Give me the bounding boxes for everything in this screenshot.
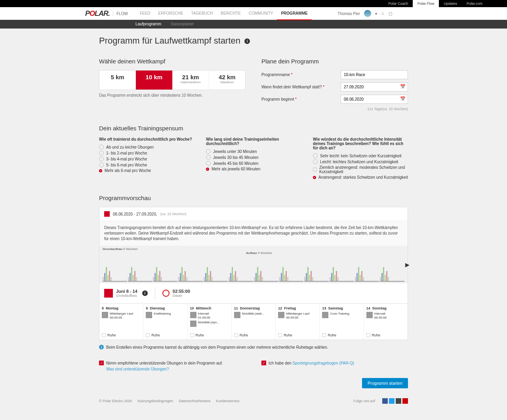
activity[interactable]: Intervall00:30:00 <box>366 312 405 319</box>
rest-checkbox[interactable]: Ruhe <box>366 333 381 337</box>
footer-terms[interactable]: Nutzungsbedingungen <box>137 399 173 403</box>
event-10km[interactable]: 10 km <box>136 71 172 90</box>
day-header: 10 Mittwoch <box>190 306 229 310</box>
rest-checkbox[interactable]: Ruhe <box>190 333 204 337</box>
rest-checkbox[interactable]: Ruhe <box>322 333 336 337</box>
nav-feed[interactable]: FEED <box>136 7 154 20</box>
week-bar[interactable] <box>380 262 404 282</box>
event-21km[interactable]: 21 kmHalbmarathon <box>173 71 209 90</box>
day-header: 9 Dienstag <box>146 306 185 310</box>
day-header: 13 Samstag <box>322 306 361 310</box>
day-column: 11 DonnerstagMobilität (stati...Ruhe <box>232 304 276 340</box>
radio-option[interactable]: 5- bis 6-mal pro Woche <box>99 162 194 167</box>
week-bar[interactable] <box>178 262 203 282</box>
subnav-running[interactable]: Laufprogramm <box>131 20 166 29</box>
instagram-icon[interactable] <box>396 398 401 404</box>
youtube-icon[interactable] <box>402 398 408 404</box>
calendar-icon[interactable]: 📅 <box>400 96 406 101</box>
week-bar[interactable] <box>204 262 228 282</box>
rest-checkbox[interactable]: Ruhe <box>234 333 248 337</box>
day-header: 14 Sonntag <box>366 306 405 310</box>
activity-icon <box>322 312 328 318</box>
subnav-season[interactable]: Saisonplaner <box>166 20 198 29</box>
radio-option[interactable]: Ab und zu leichte Übungen <box>99 145 194 149</box>
activity[interactable]: Mittellanger Lauf00:45:00 <box>278 312 317 319</box>
plan-heading: Plane dein Programm <box>261 58 408 65</box>
name-input[interactable] <box>341 70 408 79</box>
event-5km[interactable]: 5 km <box>99 71 136 90</box>
choose-heading: Wähle deinen Wettkampf <box>99 58 246 65</box>
rest-checkbox[interactable]: Ruhe <box>146 333 160 337</box>
timeline[interactable]: Grundaufbau 6 Wochen Aufbau 9 Wochen ▶ <box>99 246 408 283</box>
star-icon[interactable]: ☆ <box>381 11 385 16</box>
nav-community[interactable]: COMMUNITY <box>245 7 277 20</box>
day-column: 12 FreitagMittellanger Lauf00:45:00Ruhe <box>276 304 320 340</box>
rest-checkbox[interactable]: Ruhe <box>278 333 292 337</box>
activity[interactable]: Intervall01:00:00 <box>190 312 229 319</box>
radio-option[interactable]: Jeweils 30 bis 45 Minuten <box>206 155 301 160</box>
dropdown-caret-icon[interactable]: ▾ <box>375 11 377 16</box>
start-input[interactable] <box>341 95 408 104</box>
check1-link[interactable]: Was sind unterstützende Übungen? <box>106 367 169 371</box>
topbar-link[interactable]: Updates <box>439 0 462 7</box>
copyright: © Polar Electro 2020 <box>99 399 132 403</box>
twitter-icon[interactable] <box>389 398 395 404</box>
week-bar[interactable] <box>128 262 152 282</box>
radio-option[interactable]: Anstrengend: starkes Schwitzen und Kurza… <box>313 175 408 179</box>
week-bar[interactable] <box>304 262 329 282</box>
week-bar[interactable] <box>355 262 379 282</box>
radio-option[interactable]: 3- bis 4-mal pro Woche <box>99 157 194 161</box>
activity[interactable]: Core-Training <box>322 312 361 318</box>
radio-option[interactable]: Mehr als jeweils 60 Minuten <box>206 167 301 171</box>
event-42km[interactable]: 42 kmMarathon <box>209 71 245 90</box>
avatar[interactable] <box>364 10 371 17</box>
parq-link[interactable]: Sporteignungsfragebogen (PAR-Q) <box>293 361 354 365</box>
nav-programs[interactable]: PROGRAMME <box>277 7 311 20</box>
scroll-right-icon[interactable]: ▶ <box>405 262 410 268</box>
radio-icon <box>99 157 104 161</box>
facebook-icon[interactable] <box>382 398 388 404</box>
nav-explore[interactable]: ERFORSCHE <box>154 7 187 20</box>
radio-icon <box>313 176 316 179</box>
footer-support[interactable]: Kundenservice <box>216 399 240 403</box>
topbar: Polar Coach Polar Flow Updates Polar.com <box>0 0 507 7</box>
radio-option[interactable]: Jeweils 45 bis 60 Minuten <box>206 161 301 166</box>
start-program-button[interactable]: Programm starten <box>362 378 408 388</box>
week-bar[interactable] <box>103 262 127 282</box>
check1-label: Nimm empfohlene unterstützende Übungen i… <box>106 361 223 365</box>
calendar-icon[interactable]: 📅 <box>400 84 406 89</box>
radio-option[interactable]: Mehr als 6-mal pro Woche <box>99 168 194 173</box>
nav-diary[interactable]: TAGEBUCH <box>187 7 217 20</box>
username[interactable]: Thomas Pier <box>337 11 360 16</box>
radio-icon <box>313 153 318 158</box>
radio-option[interactable]: 1- bis 2-mal pro Woche <box>99 151 194 155</box>
rest-checkbox[interactable]: Ruhe <box>102 333 116 337</box>
nav-reports[interactable]: BERICHTE <box>217 7 245 20</box>
activity[interactable]: Krafttraining <box>146 312 185 318</box>
footer-privacy[interactable]: Datenschutzhinweis <box>179 399 210 403</box>
activity[interactable]: Mobilität (stati... <box>234 312 273 318</box>
info-icon[interactable]: i <box>142 290 148 296</box>
when-input[interactable] <box>341 82 408 92</box>
week-bar[interactable] <box>254 262 278 282</box>
chat-icon[interactable]: ▢ <box>389 11 392 16</box>
radio-option[interactable]: Leicht: leichtes Schwitzen und Kurzatmig… <box>313 159 408 164</box>
week-duration: 02:55:00 <box>173 289 190 294</box>
info-icon[interactable]: i <box>244 38 250 44</box>
week-bar[interactable] <box>229 262 253 282</box>
checkbox-checked[interactable]: ✓ <box>261 361 266 365</box>
stopwatch-icon <box>162 290 170 297</box>
week-bar[interactable] <box>153 262 177 282</box>
week-bar[interactable] <box>279 262 304 282</box>
week-bar[interactable] <box>330 262 354 282</box>
activity[interactable]: Mobilität (dyn... <box>190 321 229 327</box>
radio-option[interactable]: Sehr leicht: kein Schwitzen oder Kurzatm… <box>313 153 408 158</box>
topbar-link-active[interactable]: Polar Flow <box>413 0 439 7</box>
radio-option[interactable]: Jeweils unter 30 Minuten <box>206 149 301 154</box>
topbar-link[interactable]: Polar Coach <box>383 0 413 7</box>
day-column: 13 SamstagCore-TrainingRuhe <box>320 304 364 340</box>
radio-option[interactable]: Ziemlich anstrengend: moderates Schwitze… <box>313 165 408 174</box>
checkbox-checked[interactable]: ✓ <box>99 361 104 365</box>
activity[interactable]: Mittellanger Lauf00:40:00 <box>102 312 141 319</box>
topbar-link[interactable]: Polar.com <box>462 0 487 7</box>
